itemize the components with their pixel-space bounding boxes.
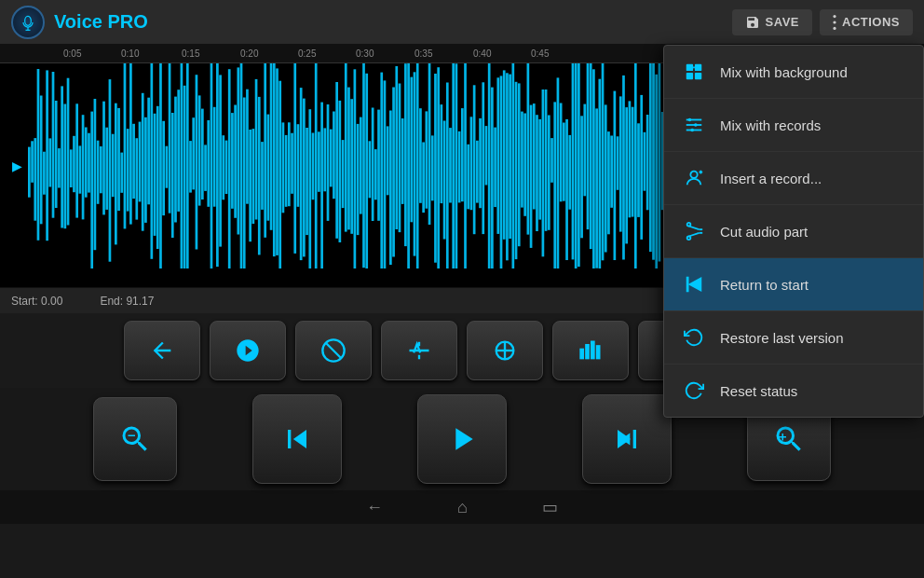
skip-forward-button[interactable] — [582, 394, 672, 484]
mix-records-icon — [681, 112, 707, 138]
menu-item-reset-status[interactable]: Reset status — [664, 365, 923, 417]
save-button[interactable]: SAVE — [732, 9, 812, 35]
svg-rect-321 — [695, 64, 701, 71]
normalize-button[interactable] — [381, 321, 457, 380]
svg-rect-166 — [503, 70, 506, 239]
svg-rect-84 — [258, 97, 261, 255]
svg-rect-77 — [237, 67, 239, 234]
menu-item-mix-background-label: Mix with background — [720, 64, 848, 80]
svg-rect-172 — [521, 112, 523, 208]
menu-item-return-start[interactable]: Return to start — [664, 258, 923, 311]
svg-rect-129 — [392, 88, 395, 257]
svg-rect-44 — [139, 122, 142, 202]
svg-rect-214 — [646, 115, 649, 210]
svg-rect-112 — [342, 140, 345, 208]
time-marker-3: 0:15 — [182, 48, 199, 59]
svg-rect-126 — [384, 80, 387, 268]
svg-rect-97 — [297, 124, 300, 207]
svg-rect-208 — [629, 101, 632, 217]
svg-rect-159 — [482, 82, 484, 234]
svg-rect-213 — [644, 132, 646, 191]
menu-item-restore-last-label: Restore last version — [720, 330, 844, 346]
svg-rect-198 — [598, 79, 601, 268]
menu-item-insert-record-label: Insert a record... — [720, 171, 822, 186]
run-effect-button[interactable] — [210, 321, 286, 380]
svg-rect-196 — [592, 69, 595, 268]
svg-rect-153 — [464, 63, 467, 268]
svg-line-308 — [326, 343, 341, 358]
play-button[interactable] — [417, 394, 507, 484]
svg-rect-22 — [73, 136, 75, 192]
recents-nav-icon[interactable]: ▭ — [542, 497, 558, 517]
skip-back-button[interactable] — [252, 394, 342, 484]
svg-rect-152 — [461, 108, 464, 201]
time-marker-2: 0:10 — [121, 48, 139, 59]
svg-rect-192 — [580, 116, 583, 238]
menu-item-insert-record[interactable]: Insert a record... — [664, 152, 923, 205]
svg-rect-217 — [655, 75, 658, 268]
svg-rect-117 — [357, 124, 360, 235]
svg-rect-95 — [291, 133, 293, 194]
svg-rect-67 — [207, 120, 210, 207]
mute-button[interactable] — [295, 321, 372, 380]
svg-rect-218 — [659, 63, 661, 262]
svg-rect-202 — [610, 136, 613, 208]
svg-rect-313 — [585, 344, 590, 359]
menu-item-restore-last[interactable]: Restore last version — [664, 311, 923, 365]
svg-rect-160 — [485, 126, 488, 185]
svg-rect-17 — [58, 148, 61, 187]
home-nav-icon[interactable]: ⌂ — [457, 498, 468, 517]
svg-rect-138 — [419, 108, 422, 203]
svg-rect-125 — [380, 73, 383, 268]
svg-point-5 — [833, 26, 836, 29]
svg-rect-54 — [169, 63, 171, 213]
undo-button[interactable] — [124, 321, 200, 380]
svg-rect-11 — [40, 96, 43, 225]
svg-rect-151 — [458, 131, 461, 203]
svg-rect-15 — [52, 72, 55, 218]
svg-rect-78 — [240, 63, 243, 268]
svg-rect-58 — [181, 63, 183, 268]
search-zoom-out-button[interactable] — [93, 397, 177, 481]
balance-button[interactable] — [467, 321, 543, 380]
svg-rect-212 — [640, 95, 643, 240]
menu-item-mix-background[interactable]: Mix with background — [664, 46, 923, 99]
svg-rect-132 — [401, 118, 404, 204]
svg-rect-178 — [538, 119, 541, 220]
time-marker-7: 0:35 — [414, 48, 432, 59]
svg-rect-43 — [135, 138, 138, 219]
svg-rect-30 — [97, 141, 100, 204]
svg-rect-176 — [533, 103, 536, 209]
svg-rect-122 — [372, 108, 374, 222]
svg-rect-130 — [395, 66, 398, 229]
svg-rect-187 — [565, 119, 568, 260]
actions-button[interactable]: ACTIONS — [820, 9, 913, 35]
svg-rect-189 — [572, 63, 575, 259]
svg-point-335 — [687, 223, 691, 227]
back-nav-icon[interactable]: ← — [366, 498, 383, 517]
insert-record-icon — [681, 165, 707, 191]
svg-rect-34 — [109, 79, 112, 262]
svg-rect-61 — [189, 141, 192, 193]
svg-rect-165 — [500, 76, 503, 268]
menu-item-mix-records[interactable]: Mix with records — [664, 99, 923, 152]
svg-rect-108 — [330, 130, 333, 187]
svg-rect-133 — [404, 63, 407, 246]
svg-rect-195 — [590, 63, 592, 249]
svg-rect-76 — [234, 105, 237, 218]
svg-marker-339 — [689, 279, 700, 291]
svg-rect-59 — [183, 86, 186, 268]
svg-rect-16 — [55, 101, 58, 208]
menu-item-cut-audio[interactable]: Cut audio part — [664, 205, 923, 258]
time-marker-6: 0:30 — [356, 48, 374, 59]
svg-rect-127 — [387, 126, 389, 195]
svg-rect-96 — [293, 63, 296, 254]
svg-rect-174 — [527, 63, 530, 235]
svg-point-328 — [688, 118, 692, 122]
equalizer-button[interactable] — [552, 321, 629, 380]
svg-rect-142 — [431, 135, 434, 200]
svg-rect-90 — [276, 68, 279, 255]
svg-rect-188 — [568, 135, 571, 210]
svg-point-329 — [694, 123, 698, 127]
svg-rect-146 — [443, 121, 446, 240]
